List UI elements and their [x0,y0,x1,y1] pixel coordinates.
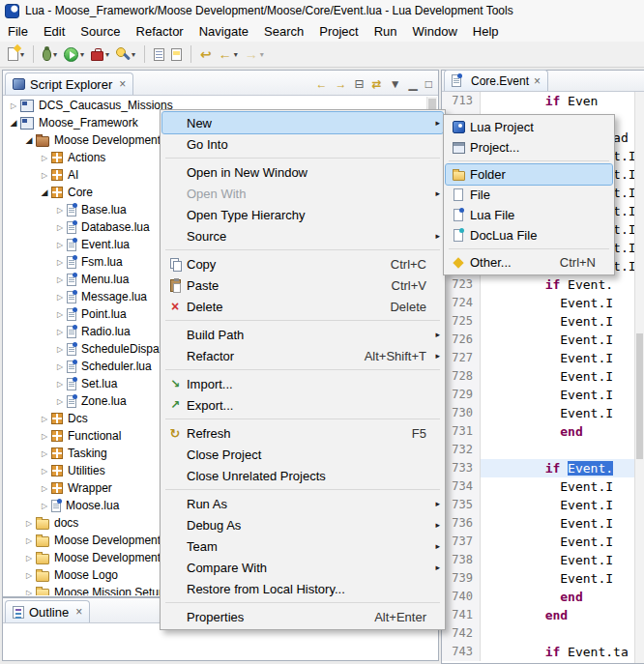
code-line[interactable]: 725 Event.I [442,312,634,331]
tree-collapsed-arrow-icon[interactable]: ▷ [22,536,36,545]
close-icon[interactable]: × [75,605,82,619]
tree-expanded-arrow-icon[interactable]: ◢ [22,135,36,145]
tree-collapsed-arrow-icon[interactable]: ▷ [53,345,67,354]
context-menu-item-refresh[interactable]: RefreshF5 [162,422,443,444]
context-menu-item-copy[interactable]: CopyCtrl+C [162,253,443,274]
menubar-source[interactable]: Source [73,22,128,41]
tree-collapsed-arrow-icon[interactable]: ▷ [53,206,67,215]
editor-tab-core-event[interactable]: Core.Event × [444,70,548,91]
tree-collapsed-arrow-icon[interactable]: ▷ [53,258,67,267]
code-line[interactable]: 733 if Event. [442,459,634,477]
submenu-item-project[interactable]: Project... [446,137,612,158]
open-element-button[interactable] [151,43,167,65]
context-menu-item-open-with[interactable]: Open With▸ [162,183,443,204]
context-menu-item-properties[interactable]: PropertiesAlt+Enter [162,606,443,627]
submenu-item-other[interactable]: Other...Ctrl+N [446,252,612,273]
minimize-icon[interactable]: ▁ [409,78,418,90]
code-line[interactable]: 730 Event.I [442,404,634,422]
code-line[interactable]: 727 Event.I [442,349,634,367]
context-menu-item-close-unrelated-projects[interactable]: Close Unrelated Projects [162,465,443,486]
debug-button[interactable]: ▾ [40,43,60,65]
context-menu-item-restore-from-local-history[interactable]: Restore from Local History... [162,578,443,599]
tree-collapsed-arrow-icon[interactable]: ▷ [53,380,67,389]
tree-collapsed-arrow-icon[interactable]: ▷ [53,328,67,336]
tree-collapsed-arrow-icon[interactable]: ▷ [38,415,51,423]
tree-collapsed-arrow-icon[interactable]: ▷ [38,154,51,162]
context-menu-item-new[interactable]: New▸ [162,112,443,133]
forward-icon[interactable]: → [336,78,347,90]
context-menu-item-source[interactable]: Source▸ [162,225,443,246]
editor-scrollbar[interactable] [634,92,644,663]
tree-collapsed-arrow-icon[interactable]: ▷ [53,275,67,284]
run-button[interactable]: ▾ [61,43,87,65]
tree-collapsed-arrow-icon[interactable]: ▷ [38,449,51,458]
context-menu-item-close-project[interactable]: Close Project [162,444,443,465]
menubar-edit[interactable]: Edit [36,22,73,41]
code-line[interactable]: 740 end [442,588,634,606]
tree-collapsed-arrow-icon[interactable]: ▷ [38,432,51,441]
code-line[interactable]: 731 end [442,422,634,441]
submenu-item-lua-project[interactable]: Lua Project [446,117,612,137]
code-line[interactable]: 728 Event.I [442,367,634,386]
context-menu-item-run-as[interactable]: Run As▸ [162,493,443,514]
menubar-search[interactable]: Search [256,22,311,41]
context-menu-item-build-path[interactable]: Build Path▸ [162,324,443,345]
tree-collapsed-arrow-icon[interactable]: ▷ [7,101,20,110]
menubar-navigate[interactable]: Navigate [191,22,256,41]
context-menu-item-go-into[interactable]: Go Into [162,133,443,155]
new-wizard-button[interactable]: ▾ [5,43,27,65]
context-menu-item-delete[interactable]: DeleteDelete [162,296,443,317]
script-explorer-tab[interactable]: Script Explorer × [5,72,133,95]
code-line[interactable]: 734 Event.I [442,477,634,496]
context-menu-item-open-in-new-window[interactable]: Open in New Window [162,161,443,183]
last-edit-location-button[interactable]: ↩ [197,43,215,65]
tree-expanded-arrow-icon[interactable]: ◢ [38,188,51,197]
code-line[interactable]: 732 [442,441,634,459]
tree-collapsed-arrow-icon[interactable]: ▷ [38,502,51,510]
tree-collapsed-arrow-icon[interactable]: ▷ [53,397,67,406]
submenu-item-file[interactable]: File [446,185,612,205]
context-menu-item-refactor[interactable]: RefactorAlt+Shift+T▸ [162,345,443,366]
code-line[interactable]: 741 end [442,606,634,624]
menubar-window[interactable]: Window [405,22,465,41]
context-menu-item-debug-as[interactable]: Debug As▸ [162,514,443,535]
menubar-run[interactable]: Run [366,22,405,41]
tree-collapsed-arrow-icon[interactable]: ▷ [22,519,36,528]
tree-collapsed-arrow-icon[interactable]: ▷ [38,467,51,476]
menubar-file[interactable]: File [0,22,36,41]
submenu-item-doclua-file[interactable]: DocLua File [446,225,612,245]
code-line[interactable]: 739 Event.I [442,569,634,588]
external-tools-button[interactable]: ▾ [88,43,112,65]
code-line[interactable]: 729 Event.I [442,386,634,404]
collapse-all-icon[interactable]: ⊟ [355,78,365,90]
tree-collapsed-arrow-icon[interactable]: ▷ [53,293,67,302]
search-button[interactable]: ▾ [113,43,138,65]
tree-collapsed-arrow-icon[interactable]: ▷ [53,241,67,249]
tree-collapsed-arrow-icon[interactable]: ▷ [22,554,36,563]
context-menu-item-export[interactable]: Export... [162,394,443,416]
context-menu-item-import[interactable]: Import... [162,373,443,394]
code-line[interactable]: 738 Event.I [442,551,634,569]
context-menu-item-compare-with[interactable]: Compare With▸ [162,557,443,578]
link-with-editor-icon[interactable]: ⇄ [372,78,382,90]
menubar-help[interactable]: Help [465,22,507,41]
code-line[interactable]: 743 if Event.ta [442,643,634,661]
tree-collapsed-arrow-icon[interactable]: ▷ [22,571,36,580]
code-line[interactable]: 723 if Event. [442,275,634,294]
context-menu-item-team[interactable]: Team▸ [162,535,443,557]
code-line[interactable]: 737 Event.I [442,533,634,551]
tree-collapsed-arrow-icon[interactable]: ▷ [38,484,51,493]
back-button[interactable]: ←▾ [216,43,241,65]
forward-button[interactable]: →▾ [242,43,267,65]
view-menu-icon[interactable]: ▼ [390,78,401,90]
tree-collapsed-arrow-icon[interactable]: ▷ [22,589,36,596]
code-line[interactable]: 735 Event.I [442,496,634,514]
close-icon[interactable]: × [119,77,126,91]
submenu-item-folder[interactable]: Folder [446,164,612,185]
code-line[interactable]: 736 Event.I [442,514,634,533]
menubar-project[interactable]: Project [311,22,366,41]
maximize-icon[interactable]: □ [425,78,432,90]
outline-tab[interactable]: Outline × [5,600,90,622]
code-line[interactable]: 742 [442,624,634,643]
code-line[interactable]: 724 Event.I [442,294,634,312]
